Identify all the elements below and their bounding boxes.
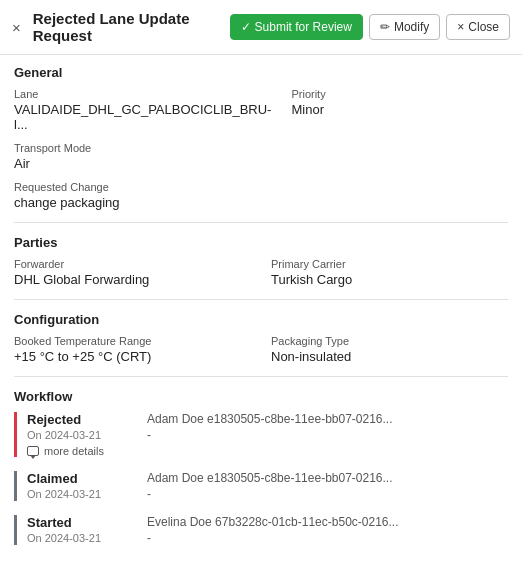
primary-carrier-label: Primary Carrier [271,258,508,270]
transport-mode-field: Transport Mode Air [14,142,508,171]
close-button[interactable]: × Close [446,14,510,40]
workflow-dash-claimed: - [147,487,508,501]
requested-change-value: change packaging [14,195,508,210]
workflow-right-rejected: Adam Doe e1830505-c8be-11ee-bb07-0216...… [147,412,508,457]
requested-change-label: Requested Change [14,181,508,193]
packaging-type-field: Packaging Type Non-insulated [271,335,508,364]
priority-field: Priority Minor [291,88,508,132]
general-section-title: General [14,65,508,80]
workflow-left-claimed: Claimed On 2024-03-21 [27,471,147,501]
parties-section: Parties Forwarder DHL Global Forwarding … [14,235,508,287]
pencil-icon: ✏ [380,20,390,34]
primary-carrier-value: Turkish Cargo [271,272,508,287]
workflow-actor-rejected: Adam Doe e1830505-c8be-11ee-bb07-0216... [147,412,508,426]
page-title: Rejected Lane Update Request [33,10,222,44]
close-x-icon[interactable]: × [12,19,21,36]
forwarder-label: Forwarder [14,258,251,270]
workflow-actor-claimed: Adam Doe e1830505-c8be-11ee-bb07-0216... [147,471,508,485]
general-row-1: Lane VALIDAIDE_DHL_GC_PALBOCICLIB_BRU-l.… [14,88,508,132]
comment-icon [27,446,39,456]
general-row-2: Transport Mode Air [14,142,508,171]
workflow-dash-rejected: - [147,428,508,442]
close-label: Close [468,20,499,34]
workflow-status-rejected: Rejected [27,412,147,427]
workflow-status-claimed: Claimed [27,471,147,486]
workflow-left-rejected: Rejected On 2024-03-21 more details [27,412,147,457]
workflow-actor-started: Evelina Doe 67b3228c-01cb-11ec-b50c-0216… [147,515,508,529]
general-row-3: Requested Change change packaging [14,181,508,210]
lane-value: VALIDAIDE_DHL_GC_PALBOCICLIB_BRU-l... [14,102,271,132]
more-details-link[interactable]: more details [27,445,147,457]
transport-mode-label: Transport Mode [14,142,508,154]
divider-1 [14,222,508,223]
workflow-status-started: Started [27,515,147,530]
workflow-item-claimed: Claimed On 2024-03-21 Adam Doe e1830505-… [14,471,508,501]
priority-value: Minor [291,102,508,117]
workflow-date-rejected: On 2024-03-21 [27,429,147,441]
modify-button[interactable]: ✏ Modify [369,14,440,40]
workflow-item-rejected: Rejected On 2024-03-21 more details Adam… [14,412,508,457]
close-icon: × [457,20,464,34]
header-actions: ✓ Submit for Review ✏ Modify × Close [230,14,510,40]
transport-mode-value: Air [14,156,508,171]
workflow-dash-started: - [147,531,508,545]
temp-range-field: Booked Temperature Range +15 °C to +25 °… [14,335,251,364]
workflow-right-claimed: Adam Doe e1830505-c8be-11ee-bb07-0216...… [147,471,508,501]
workflow-section: Workflow Rejected On 2024-03-21 more det… [14,389,508,545]
modify-label: Modify [394,20,429,34]
workflow-left-started: Started On 2024-03-21 [27,515,147,545]
parties-row-1: Forwarder DHL Global Forwarding Primary … [14,258,508,287]
submit-for-review-button[interactable]: ✓ Submit for Review [230,14,363,40]
checkmark-icon: ✓ [241,20,251,34]
temp-range-value: +15 °C to +25 °C (CRT) [14,349,251,364]
workflow-item-started: Started On 2024-03-21 Evelina Doe 67b322… [14,515,508,545]
workflow-date-claimed: On 2024-03-21 [27,488,147,500]
content: General Lane VALIDAIDE_DHL_GC_PALBOCICLI… [0,55,522,569]
priority-label: Priority [291,88,508,100]
parties-section-title: Parties [14,235,508,250]
packaging-type-value: Non-insulated [271,349,508,364]
packaging-type-label: Packaging Type [271,335,508,347]
forwarder-value: DHL Global Forwarding [14,272,251,287]
temp-range-label: Booked Temperature Range [14,335,251,347]
forwarder-field: Forwarder DHL Global Forwarding [14,258,251,287]
requested-change-field: Requested Change change packaging [14,181,508,210]
workflow-section-title: Workflow [14,389,508,404]
general-section: General Lane VALIDAIDE_DHL_GC_PALBOCICLI… [14,65,508,210]
more-details-label[interactable]: more details [44,445,104,457]
workflow-right-started: Evelina Doe 67b3228c-01cb-11ec-b50c-0216… [147,515,508,545]
config-row-1: Booked Temperature Range +15 °C to +25 °… [14,335,508,364]
submit-label: Submit for Review [255,20,352,34]
divider-2 [14,299,508,300]
primary-carrier-field: Primary Carrier Turkish Cargo [271,258,508,287]
workflow-date-started: On 2024-03-21 [27,532,147,544]
lane-label: Lane [14,88,271,100]
header: × Rejected Lane Update Request ✓ Submit … [0,0,522,55]
configuration-section-title: Configuration [14,312,508,327]
divider-3 [14,376,508,377]
configuration-section: Configuration Booked Temperature Range +… [14,312,508,364]
lane-field: Lane VALIDAIDE_DHL_GC_PALBOCICLIB_BRU-l.… [14,88,271,132]
